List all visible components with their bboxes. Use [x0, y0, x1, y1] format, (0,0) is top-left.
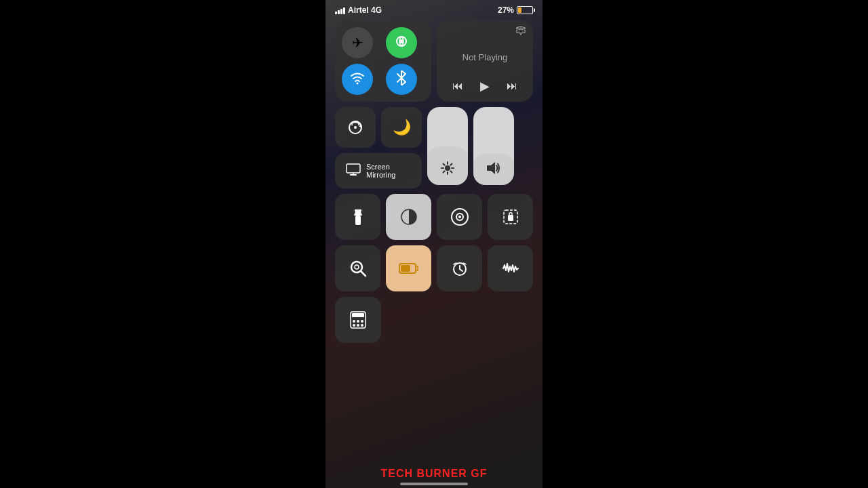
- screen-mirroring-icon: [346, 163, 361, 179]
- brightness-slider[interactable]: [427, 107, 468, 185]
- np-controls: ⏮ ▶ ⏭: [443, 76, 526, 96]
- signal-bars-icon: [335, 6, 345, 14]
- rotation-lock-button[interactable]: [335, 107, 376, 148]
- status-bar: Airtel 4G 27%: [326, 0, 542, 18]
- now-playing-panel[interactable]: Not Playing ⏮ ▶ ⏭: [437, 20, 533, 102]
- airplane-icon: ✈: [352, 35, 363, 51]
- battery-percent-label: 27%: [498, 5, 514, 15]
- prev-button[interactable]: ⏮: [452, 80, 463, 92]
- svg-rect-6: [347, 164, 360, 173]
- brightness-icon: [441, 161, 454, 178]
- carrier-info: Airtel 4G: [335, 5, 382, 15]
- volume-icon: [486, 161, 501, 178]
- play-button[interactable]: ▶: [480, 79, 490, 94]
- svg-line-13: [450, 171, 452, 172]
- svg-rect-30: [401, 265, 410, 272]
- do-not-disturb-button[interactable]: 🌙: [381, 107, 422, 148]
- cellular-button[interactable]: [386, 27, 417, 58]
- svg-point-38: [361, 320, 363, 323]
- volume-slider[interactable]: [473, 107, 514, 185]
- icon-row-2: [335, 245, 533, 291]
- svg-line-33: [460, 269, 462, 271]
- svg-marker-18: [354, 211, 362, 216]
- low-power-button[interactable]: [386, 245, 431, 291]
- svg-point-41: [361, 324, 363, 327]
- phone-screen: Airtel 4G 27% ✈: [326, 0, 542, 488]
- right-black-panel: [542, 0, 868, 488]
- svg-point-2: [357, 82, 359, 84]
- dark-mode-button[interactable]: [386, 194, 431, 240]
- voice-memos-button[interactable]: [488, 245, 533, 291]
- battery-icon: [517, 6, 533, 14]
- svg-rect-17: [355, 216, 361, 225]
- svg-point-36: [353, 320, 355, 323]
- bluetooth-icon: [396, 70, 407, 89]
- svg-line-15: [443, 171, 445, 172]
- brand-label: TECH BURNER GF: [326, 468, 542, 480]
- svg-point-37: [357, 320, 359, 323]
- svg-line-28: [361, 271, 366, 276]
- left-black-panel: [0, 0, 326, 488]
- screen-mirroring-label: Screen Mirroring: [366, 163, 411, 179]
- wifi-icon: [350, 70, 365, 89]
- airplane-mode-button[interactable]: ✈: [342, 27, 373, 58]
- svg-point-5: [354, 126, 357, 129]
- svg-point-39: [353, 324, 355, 327]
- bottom-row: [335, 297, 533, 343]
- airplay-icon: [515, 26, 526, 39]
- small-buttons-column: 🌙 Screen Mirroring: [335, 107, 422, 188]
- np-header: [443, 26, 526, 39]
- connectivity-panel: ✈: [335, 20, 431, 102]
- wifi-button[interactable]: [342, 64, 373, 95]
- icon-row-1: [335, 194, 533, 240]
- svg-point-23: [458, 216, 461, 218]
- svg-rect-35: [352, 313, 364, 317]
- svg-point-40: [357, 324, 359, 327]
- calculator-button[interactable]: [335, 297, 381, 343]
- magnifier-button[interactable]: [335, 245, 380, 291]
- svg-rect-25: [508, 215, 513, 221]
- alarm-button[interactable]: [437, 245, 482, 291]
- middle-row: 🌙 Screen Mirroring: [335, 107, 533, 188]
- home-indicator[interactable]: [400, 483, 468, 485]
- now-playing-title: Not Playing: [443, 39, 526, 76]
- cellular-icon: [394, 34, 409, 52]
- camera-button[interactable]: [437, 194, 482, 240]
- svg-marker-16: [487, 162, 495, 174]
- svg-point-7: [445, 165, 450, 171]
- svg-point-27: [355, 265, 359, 269]
- next-button[interactable]: ⏭: [507, 80, 517, 92]
- control-center: ✈: [326, 18, 542, 355]
- svg-line-12: [443, 164, 445, 165]
- carrier-label: Airtel 4G: [348, 5, 382, 15]
- battery-area: 27%: [498, 5, 533, 15]
- top-row: ✈: [335, 20, 533, 102]
- flashlight-button[interactable]: [335, 194, 380, 240]
- screen-mirroring-button[interactable]: Screen Mirroring: [335, 153, 422, 188]
- svg-line-14: [450, 164, 452, 165]
- screen-lock-button[interactable]: [488, 194, 533, 240]
- bluetooth-button[interactable]: [386, 64, 417, 95]
- svg-rect-19: [355, 209, 361, 211]
- moon-icon: 🌙: [393, 119, 411, 136]
